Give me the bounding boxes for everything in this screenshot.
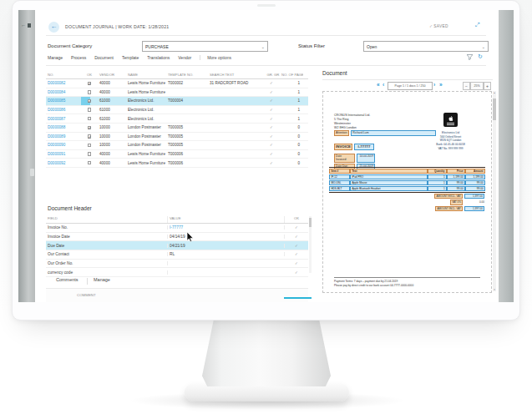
refresh-icon[interactable]: ↻	[478, 53, 483, 60]
journal-cell-name[interactable]: Electronics Ltd.	[126, 98, 166, 103]
journal-cell-template[interactable]: T000006	[166, 161, 208, 165]
item-no[interactable]: IP-12	[329, 174, 349, 179]
scroll-indicator[interactable]	[284, 297, 312, 299]
journal-cell-template[interactable]: T000005	[166, 125, 208, 129]
scrollbar-thumb[interactable]	[30, 169, 34, 176]
journal-cell-name[interactable]: London Postmaster	[126, 143, 166, 147]
journal-cell-gr[interactable]	[263, 108, 280, 112]
journal-cell-gr[interactable]	[263, 81, 280, 85]
scroll-down-icon[interactable]: ▾	[493, 288, 496, 291]
journal-cell-no[interactable]: D0000084	[46, 90, 81, 94]
journal-cell-name[interactable]: London Postmaster	[126, 134, 166, 139]
document-header-row[interactable]: Our Order No.	[46, 260, 308, 269]
journal-cell-search[interactable]: 31 RADCROFT ROAD	[208, 81, 263, 85]
field-value[interactable]: 04/14/19	[168, 235, 285, 239]
field-ok[interactable]	[285, 252, 308, 256]
col-field[interactable]: FIELD	[46, 216, 168, 223]
journal-cell-pages[interactable]: 1	[280, 81, 303, 85]
field-ok[interactable]	[285, 244, 308, 248]
zoom-out-button[interactable]: −	[463, 82, 470, 90]
journal-cell-pages[interactable]: 0	[280, 161, 303, 165]
journal-cell-name[interactable]: Electronics Ltd.	[126, 108, 166, 112]
journal-cell-vendor[interactable]: 40000	[98, 161, 126, 165]
col-template-no[interactable]: TEMPLATE NO.	[166, 73, 208, 78]
col-gr[interactable]: GR. GR.	[263, 73, 280, 78]
journal-cell-no[interactable]: D0000082	[46, 81, 81, 85]
scrollbar-thumb[interactable]	[309, 218, 312, 227]
journal-table-row[interactable]: D0000082 40000 Lewis Home Furniture T000…	[46, 79, 308, 88]
journal-cell-template[interactable]: T000005	[166, 134, 208, 139]
journal-table-row[interactable]: D0000090 10000 London Postmaster T000005…	[46, 141, 308, 150]
journal-table-row[interactable]: D0000092 40000 Lewis Home Furniture T000…	[46, 159, 308, 168]
journal-cell-name[interactable]: Lewis Home Furniture	[126, 81, 166, 85]
journal-cell-gr[interactable]	[263, 152, 280, 156]
journal-cell-pages[interactable]: 0	[280, 152, 303, 156]
journal-cell-vendor[interactable]: 61000	[98, 108, 126, 112]
document-header-row[interactable]: Invoice No. I-77777	[46, 224, 308, 233]
col-no-of-pages[interactable]: NO. OF PAGES	[280, 73, 303, 78]
invoice-preview-page[interactable]: CRONUS International Ltd.5 The RingWestm…	[322, 91, 492, 293]
journal-cell-no[interactable]: D0000087	[46, 117, 81, 121]
journal-cell-no[interactable]: D0000088	[46, 125, 81, 129]
item-amount[interactable]: 1,199.00	[465, 174, 484, 179]
back-button[interactable]: ←	[48, 22, 59, 33]
journal-cell-vendor[interactable]: 61000	[98, 98, 126, 103]
item-text[interactable]: Apple Mouse	[350, 180, 427, 185]
journal-cell-vendor[interactable]: 10000	[98, 143, 126, 147]
item-no[interactable]: HDS-BLT	[329, 186, 349, 191]
document-header-row[interactable]: Our Contact RL	[46, 250, 308, 260]
document-scrollbar[interactable]: ▴ ▾	[493, 91, 496, 291]
item-no[interactable]: MO-USL	[329, 180, 349, 185]
journal-cell-pages[interactable]: 1	[280, 108, 303, 112]
journal-cell-template[interactable]: T000006	[166, 152, 208, 156]
journal-cell-no[interactable]: D0000090	[46, 143, 81, 147]
journal-cell-ok[interactable]	[81, 108, 98, 112]
journal-cell-name[interactable]: Lewis Home Furniture	[126, 161, 166, 165]
field-ok[interactable]	[285, 270, 308, 275]
document-header-row[interactable]: Due Date 04/21/19	[46, 241, 308, 250]
item-qty[interactable]: 1	[428, 180, 446, 185]
journal-cell-vendor[interactable]: 10000	[98, 134, 126, 139]
last-page-icon[interactable]: »	[439, 82, 443, 88]
journal-cell-name[interactable]: Electronics Ltd.	[126, 117, 166, 121]
journal-table-row[interactable]: D0000084 40000 Lewis Home Furniture 1	[46, 88, 308, 98]
col-value[interactable]: VALUE	[168, 216, 285, 223]
window-icon[interactable]	[28, 23, 31, 28]
pager-input[interactable]: Page 1 / 1 docs 1 / 250	[388, 82, 433, 90]
journal-table-row[interactable]: D0000091 40000 Lewis Home Furniture T000…	[46, 150, 308, 159]
journal-cell-no[interactable]: D0000092	[46, 161, 81, 165]
journal-cell-pages[interactable]: 1	[280, 117, 303, 121]
field-ok[interactable]	[285, 261, 308, 265]
journal-cell-no[interactable]: D0000089	[46, 134, 81, 139]
journal-cell-vendor[interactable]: 40000	[98, 81, 126, 85]
journal-cell-gr[interactable]	[263, 143, 280, 147]
item-amount[interactable]: 99.00	[465, 180, 484, 185]
ribbon-menu-item[interactable]: Process	[71, 55, 86, 60]
zoom-in-button[interactable]: +	[484, 82, 491, 90]
document-category-select[interactable]: PURCHASE ⌄	[142, 41, 268, 52]
journal-cell-name[interactable]: Lewis Home Furniture	[126, 152, 166, 156]
col-name[interactable]: NAME	[126, 73, 166, 78]
scroll-up-icon[interactable]: ▴	[494, 91, 495, 94]
journal-cell-no[interactable]: D0000085	[46, 98, 81, 103]
journal-table-row[interactable]: D0000086 61000 Electronics Ltd. 1	[46, 106, 308, 115]
date-invoiced-value[interactable]: 14.04.2019	[357, 154, 375, 163]
expand-icon[interactable]: ⤢	[475, 22, 480, 28]
col-vendor[interactable]: VENDOR	[98, 73, 126, 78]
journal-cell-ok[interactable]	[81, 144, 98, 148]
journal-cell-vendor[interactable]: 10000	[98, 125, 126, 129]
journal-cell-pages[interactable]: 0	[280, 143, 303, 147]
journal-table-row[interactable]: D0000085 61000 Electronics Ltd. T000004 …	[46, 97, 308, 106]
item-qty[interactable]: 1	[428, 186, 446, 191]
journal-cell-ok[interactable]	[81, 90, 98, 94]
col-ok[interactable]: OK	[285, 216, 308, 223]
total-value[interactable]: 1,397.00	[464, 194, 484, 199]
ribbon-menu-item[interactable]: Document	[94, 55, 114, 60]
journal-cell-ok[interactable]	[81, 134, 98, 139]
invoice-number[interactable]: I-77777	[354, 144, 374, 150]
filter-funnel-icon[interactable]	[467, 54, 473, 61]
col-no[interactable]: NO.	[46, 73, 81, 78]
journal-cell-ok[interactable]	[81, 126, 98, 130]
journal-cell-ok[interactable]	[81, 152, 98, 156]
field-value[interactable]: RL	[168, 252, 285, 256]
